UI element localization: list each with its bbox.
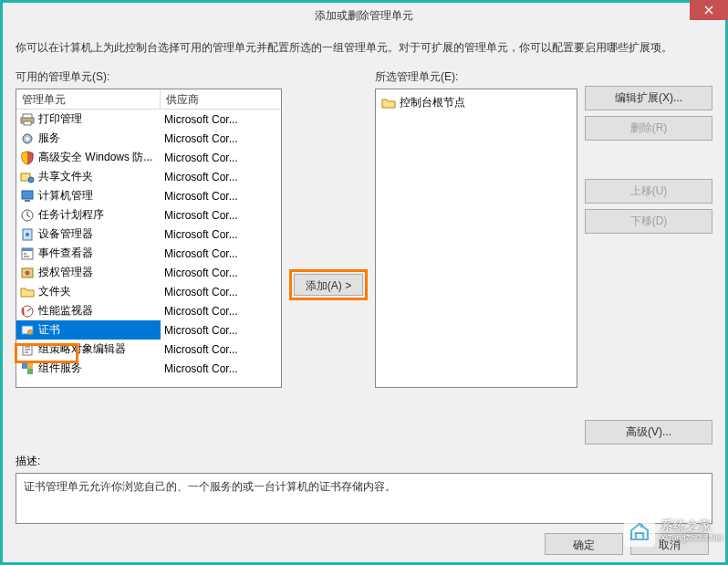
snapin-vendor: Microsoft Cor... xyxy=(161,226,281,243)
snapin-name: 任务计划程序 xyxy=(38,207,104,223)
snapin-row[interactable]: 证书Microsoft Cor... xyxy=(16,320,281,340)
snapin-name: 共享文件夹 xyxy=(38,169,93,184)
snapin-name-cell: 设备管理器 xyxy=(16,225,161,244)
edit-extensions-button[interactable]: 编辑扩展(X)... xyxy=(585,86,712,110)
snapin-name-cell: 任务计划程序 xyxy=(16,205,161,225)
printer-icon xyxy=(20,112,35,127)
snapin-row[interactable]: 组件服务Microsoft Cor... xyxy=(16,359,281,378)
snapin-vendor: Microsoft Cor... xyxy=(161,188,281,204)
snapin-row[interactable]: 设备管理器Microsoft Cor... xyxy=(16,225,281,244)
cert-icon xyxy=(20,323,35,338)
snapin-name-cell: 授权管理器 xyxy=(16,263,161,282)
snapin-name-cell: 服务 xyxy=(16,129,161,148)
snapin-vendor: Microsoft Cor... xyxy=(161,341,281,358)
svg-rect-2 xyxy=(24,121,31,125)
spacer xyxy=(585,239,712,414)
snapin-row[interactable]: 共享文件夹Microsoft Cor... xyxy=(16,167,281,186)
snapin-name-cell: 组策略对象编辑器 xyxy=(16,340,161,359)
snapin-name-cell: 证书 xyxy=(16,320,161,340)
snapin-vendor: Microsoft Cor... xyxy=(161,246,281,262)
svg-point-18 xyxy=(28,330,33,334)
snapin-vendor: Microsoft Cor... xyxy=(161,303,281,319)
svg-point-15 xyxy=(26,270,30,275)
selected-snapin-item[interactable]: 控制台根节点 xyxy=(380,93,573,112)
available-list-body[interactable]: 打印管理Microsoft Cor...服务Microsoft Cor...高级… xyxy=(16,110,281,387)
cancel-button[interactable]: 取消 xyxy=(630,533,709,555)
folder-icon xyxy=(381,96,396,110)
main-area: 可用的管理单元(S): 管理单元 供应商 打印管理Microsoft Cor..… xyxy=(16,69,712,445)
available-pane: 可用的管理单元(S): 管理单元 供应商 打印管理Microsoft Cor..… xyxy=(16,69,282,445)
svg-rect-8 xyxy=(25,200,30,202)
snapin-name: 组件服务 xyxy=(38,361,82,376)
auth-icon xyxy=(20,266,35,280)
snapin-name-cell: 组件服务 xyxy=(16,359,161,378)
move-up-button[interactable]: 上移(U) xyxy=(585,179,712,204)
shield-icon xyxy=(20,151,35,165)
dialog-window: 添加或删除管理单元 你可以在计算机上为此控制台选择可用的管理单元并配置所选的一组… xyxy=(0,0,728,565)
snapin-name-cell: 文件夹 xyxy=(16,282,161,301)
move-down-button[interactable]: 下移(D) xyxy=(585,209,712,234)
snapin-vendor: Microsoft Cor... xyxy=(161,322,281,339)
snapin-name-cell: 共享文件夹 xyxy=(16,167,161,186)
svg-rect-13 xyxy=(22,248,33,251)
gear-icon xyxy=(20,131,35,146)
middle-pane: 添加(A) > xyxy=(289,69,368,445)
svg-point-6 xyxy=(28,177,34,183)
snapin-row[interactable]: 计算机管理Microsoft Cor... xyxy=(16,186,281,205)
snapin-row[interactable]: 打印管理Microsoft Cor... xyxy=(16,110,281,129)
selected-snapin-name: 控制台根节点 xyxy=(400,95,465,110)
description-label: 描述: xyxy=(16,454,712,469)
spacer xyxy=(585,146,712,173)
close-icon xyxy=(704,5,713,15)
snapin-row[interactable]: 授权管理器Microsoft Cor... xyxy=(16,263,281,282)
close-button[interactable] xyxy=(690,0,728,20)
description-box: 证书管理单元允许你浏览自己的、一个服务的或一台计算机的证书存储内容。 xyxy=(16,473,712,524)
svg-rect-22 xyxy=(27,363,33,369)
snapin-name: 文件夹 xyxy=(38,284,71,299)
snapin-row[interactable]: 任务计划程序Microsoft Cor... xyxy=(16,205,281,225)
share-icon xyxy=(20,170,35,184)
available-label: 可用的管理单元(S): xyxy=(16,69,282,85)
selected-listbox[interactable]: 控制台根节点 xyxy=(375,89,577,388)
device-icon xyxy=(20,227,35,242)
snapin-row[interactable]: 服务Microsoft Cor... xyxy=(16,129,281,148)
ok-button[interactable]: 确定 xyxy=(545,533,623,555)
snapin-name: 高级安全 Windows 防... xyxy=(38,150,152,165)
snapin-name: 证书 xyxy=(38,322,60,338)
snapin-row[interactable]: 性能监视器Microsoft Cor... xyxy=(16,301,281,320)
snapin-row[interactable]: 组策略对象编辑器Microsoft Cor... xyxy=(16,340,281,359)
selected-list-body: 控制台根节点 xyxy=(376,89,577,116)
remove-button[interactable]: 删除(R) xyxy=(585,116,712,141)
col-snapin[interactable]: 管理单元 xyxy=(16,89,161,109)
svg-rect-7 xyxy=(22,191,33,199)
snapin-vendor: Microsoft Cor... xyxy=(161,131,281,147)
snapin-name-cell: 计算机管理 xyxy=(16,186,161,205)
snapin-name: 事件查看器 xyxy=(38,246,93,261)
snapin-name: 服务 xyxy=(38,131,60,146)
available-listbox[interactable]: 管理单元 供应商 打印管理Microsoft Cor...服务Microsoft… xyxy=(16,89,282,388)
col-vendor[interactable]: 供应商 xyxy=(161,89,281,109)
snapin-row[interactable]: 事件查看器Microsoft Cor... xyxy=(16,244,281,263)
snapin-row[interactable]: 文件夹Microsoft Cor... xyxy=(16,282,281,301)
perf-icon xyxy=(20,304,35,319)
snapin-vendor: Microsoft Cor... xyxy=(161,361,281,377)
selected-label: 所选管理单元(E): xyxy=(375,69,577,85)
titlebar: 添加或删除管理单元 xyxy=(3,3,725,28)
computer-icon xyxy=(20,189,35,204)
snapin-name: 计算机管理 xyxy=(38,188,93,204)
snapin-name-cell: 性能监视器 xyxy=(16,301,161,320)
snapin-name: 设备管理器 xyxy=(38,226,93,242)
advanced-button[interactable]: 高级(V)... xyxy=(585,420,712,445)
event-icon xyxy=(20,246,35,261)
snapin-row[interactable]: 高级安全 Windows 防...Microsoft Cor... xyxy=(16,148,281,167)
snapin-vendor: Microsoft Cor... xyxy=(161,265,281,281)
snapin-name: 授权管理器 xyxy=(38,265,93,280)
add-button[interactable]: 添加(A) > xyxy=(294,274,363,296)
snapin-name-cell: 事件查看器 xyxy=(16,244,161,263)
folder-icon xyxy=(20,285,35,299)
svg-point-11 xyxy=(26,233,29,236)
component-icon xyxy=(20,361,35,376)
instruction-text: 你可以在计算机上为此控制台选择可用的管理单元并配置所选的一组管理单元。对于可扩展… xyxy=(16,39,712,57)
clock-icon xyxy=(20,208,35,223)
svg-rect-20 xyxy=(22,363,27,369)
